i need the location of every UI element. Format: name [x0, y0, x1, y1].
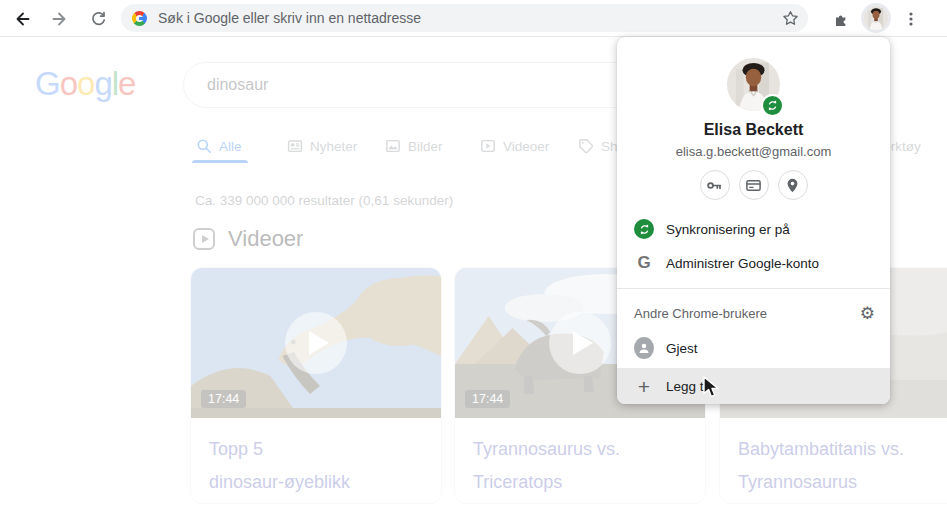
videos-icon: [480, 138, 496, 154]
video-thumbnail[interactable]: 17:44: [191, 268, 441, 418]
profile-avatar-icon: [864, 6, 888, 30]
video-title[interactable]: Tyrannosaurus vs. Triceratops: [455, 418, 705, 499]
mouse-cursor: [703, 376, 720, 399]
address-bar-text[interactable]: Søk i Google eller skriv inn en nettadre…: [158, 10, 782, 26]
videos-section-title: Videoer: [228, 226, 303, 252]
shopping-tag-icon: [578, 138, 594, 154]
logo-letter: G: [35, 65, 60, 102]
forward-arrow-icon: [51, 10, 69, 28]
sync-status-label: Synkronisering er på: [666, 222, 790, 237]
video-title-line: Tyrannosaurus vs.: [473, 433, 687, 466]
browser-toolbar: Søk i Google eller skriv inn en nettadre…: [0, 0, 947, 37]
key-icon: [706, 177, 723, 194]
back-arrow-icon: [13, 10, 31, 28]
tab-label: Alle: [219, 139, 242, 154]
google-g-icon: G: [634, 253, 654, 273]
back-button[interactable]: [10, 7, 34, 31]
guest-item[interactable]: Gjest: [617, 331, 890, 365]
extensions-button[interactable]: [829, 7, 853, 31]
tab-videoer[interactable]: Videoer: [480, 135, 549, 157]
tab-nyheter[interactable]: Nyheter: [287, 135, 357, 157]
video-title[interactable]: Babytambatitanis vs. Tyrannosaurus: [720, 418, 947, 499]
news-icon: [287, 138, 303, 154]
tab-label: Nyheter: [310, 139, 357, 154]
video-title-line: Tyrannosaurus: [738, 466, 947, 499]
location-pin-icon: [784, 177, 801, 194]
images-icon: [385, 138, 401, 154]
payments-button[interactable]: [739, 170, 769, 200]
profile-menu: Elisa Beckett elisa.g.beckett@gmail.com: [617, 37, 890, 404]
sync-icon: [638, 223, 651, 236]
google-favicon: [132, 11, 147, 26]
play-button[interactable]: [549, 312, 611, 374]
sync-status-item[interactable]: Synkronisering er på: [617, 212, 890, 246]
logo-letter: o: [60, 65, 77, 102]
forward-button[interactable]: [48, 7, 72, 31]
tab-label: Videoer: [503, 139, 549, 154]
video-title[interactable]: Topp 5 dinosaur-øyeblikk: [191, 418, 441, 499]
plus-icon: +: [638, 376, 650, 397]
guest-label: Gjest: [666, 341, 698, 356]
manage-account-label: Administrer Google-konto: [666, 256, 819, 271]
active-tab-underline: [192, 160, 248, 163]
video-title-line: Topp 5: [209, 433, 423, 466]
sync-on-badge: [761, 94, 784, 117]
tab-bilder[interactable]: Bilder: [385, 135, 443, 157]
other-users-header: Andre Chrome-brukere ⚙: [617, 298, 890, 328]
browser-menu-button[interactable]: [899, 7, 923, 31]
reload-icon: [90, 11, 107, 28]
other-users-label: Andre Chrome-brukere: [634, 306, 767, 321]
logo-letter: g: [94, 65, 111, 102]
gear-icon[interactable]: ⚙: [860, 305, 875, 322]
passwords-button[interactable]: [700, 170, 730, 200]
profile-avatar-button[interactable]: [861, 3, 891, 33]
menu-divider: [617, 288, 890, 289]
search-tab-icon: [196, 138, 212, 154]
credit-card-icon: [745, 177, 762, 194]
bookmark-star-button[interactable]: [782, 10, 799, 27]
star-icon: [782, 10, 799, 27]
video-title-line: dinosaur-øyeblikk: [209, 466, 423, 499]
sync-green-icon: [634, 219, 654, 239]
puzzle-icon: [833, 11, 850, 28]
guest-person-icon: [634, 337, 654, 359]
result-stats: Ca. 339 000 000 resultater (0,61 sekunde…: [195, 193, 453, 208]
manage-account-item[interactable]: G Administrer Google-konto: [617, 246, 890, 280]
profile-email: elisa.g.beckett@gmail.com: [617, 144, 890, 159]
person-icon: [637, 341, 651, 355]
video-title-line: Triceratops: [473, 466, 687, 499]
plus-icon-wrap: +: [634, 376, 654, 396]
tab-label: Bilder: [408, 139, 443, 154]
tab-alle[interactable]: Alle: [196, 135, 242, 157]
videos-section-icon: [193, 228, 215, 250]
addresses-button[interactable]: [778, 170, 808, 200]
logo-letter: e: [118, 65, 135, 102]
logo-letter: o: [77, 65, 94, 102]
google-logo: Google: [35, 66, 135, 102]
kebab-menu-icon: [903, 11, 919, 27]
profile-name: Elisa Beckett: [617, 121, 890, 139]
video-title-line: Babytambatitanis vs.: [738, 433, 947, 466]
guest-icon-wrap: [634, 338, 654, 358]
play-button[interactable]: [285, 312, 347, 374]
sync-status-icon-wrap: [634, 219, 654, 239]
search-query-text: dinosaur: [207, 76, 268, 94]
address-bar[interactable]: Søk i Google eller skriv inn en nettadre…: [121, 4, 808, 32]
video-card[interactable]: 17:44 Topp 5 dinosaur-øyeblikk: [190, 267, 442, 504]
reload-button[interactable]: [86, 7, 110, 31]
video-duration: 17:44: [465, 390, 510, 408]
video-duration: 17:44: [201, 390, 246, 408]
add-person-item[interactable]: + Legg til: [617, 368, 890, 404]
account-shortcuts: [617, 170, 890, 200]
sync-icon: [766, 99, 779, 112]
